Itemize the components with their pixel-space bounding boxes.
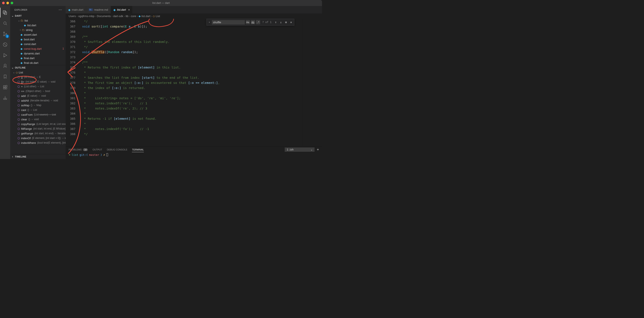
activity-bar: 1 — [0, 6, 10, 159]
outline-item-name: indexOf — [21, 137, 31, 140]
method-icon: ⬡ — [18, 76, 20, 79]
breadcrumb-item[interactable]: List — [156, 15, 160, 18]
file-item[interactable]: ◆list.dart — [10, 23, 66, 28]
search-activity-icon[interactable] — [0, 18, 10, 28]
add-terminal-icon[interactable]: + — [317, 147, 319, 152]
problems-badge: 18 — [83, 148, 88, 151]
outline-item[interactable]: ⬡cast() → List — [10, 108, 66, 112]
svg-rect-12 — [4, 86, 5, 87]
panel-tab[interactable]: TERMINAL — [132, 148, 144, 151]
file-item[interactable]: ◆assert.dart — [10, 32, 66, 37]
file-label: final-ok.dart — [24, 61, 38, 64]
outline-item[interactable]: ⬡castFrom(List source) → List — [10, 112, 66, 117]
panel-tab[interactable]: PROBLEMS18 — [68, 148, 88, 151]
outline-item[interactable]: ⬡copyRange(List target, int at, List sou… — [10, 122, 66, 126]
run-debug-activity-icon[interactable] — [0, 50, 10, 60]
extensions-activity-icon[interactable] — [0, 82, 10, 92]
method-icon: ⬡ — [18, 127, 20, 130]
outline-item-sig: (int start, int end) → Iterable — [34, 132, 66, 135]
outline-item-sig: (E element, [int start = 0]) → int — [32, 137, 66, 139]
method-icon: ⬡ — [18, 108, 20, 112]
outline-section: ⌄ OUTLINE ⌄ ◇ List ⬡[](int index) → E⬡[]… — [10, 65, 66, 154]
prompt-git-close: ) — [100, 153, 102, 156]
folder-item[interactable]: ›🗀string — [10, 28, 66, 32]
outline-item[interactable]: ⬡getRange(int start, int end) → Iterable — [10, 131, 66, 136]
match-whole-word-icon[interactable]: Ab — [251, 20, 255, 24]
outline-item[interactable]: ⬡indexOf(E element, [int start = 0]) → i… — [10, 136, 66, 140]
editor-tab[interactable]: M↓readme.md — [86, 6, 111, 14]
terminal-selector[interactable]: 1: zsh ⌄ — [285, 147, 314, 152]
outline-item[interactable]: ⬡[]= (int index, E value) → void — [10, 79, 66, 84]
find-input[interactable] — [212, 20, 245, 25]
folder-list[interactable]: ⌄ 🗀 list — [10, 18, 66, 23]
file-item[interactable]: ◆bool.dart — [10, 37, 66, 42]
source-control-activity-icon[interactable]: 1 — [0, 29, 10, 39]
outline-item[interactable]: ⬡addAll(Iterable iterable) → void — [10, 98, 66, 103]
file-item[interactable]: ◆const-bug.dart1 — [10, 46, 66, 51]
editor-tab[interactable]: ◆list.dart× — [111, 6, 132, 14]
outline-item[interactable]: ⬡+(List other) → List — [10, 84, 66, 89]
panel-tab[interactable]: OUTPUT — [92, 148, 102, 151]
match-case-icon[interactable]: Aa — [246, 20, 250, 24]
no-debug-icon[interactable] — [0, 40, 10, 50]
panel-tab[interactable]: DEBUG CONSOLE — [107, 148, 128, 151]
file-item[interactable]: ◆final-ok.dart — [10, 60, 66, 65]
close-tab-icon[interactable]: × — [128, 8, 130, 12]
regex-icon[interactable]: .* — [256, 20, 260, 24]
breadcrumb-item[interactable]: xgqfrms-mbp — [78, 15, 94, 18]
chevron-down-icon: ⌄ — [18, 19, 20, 22]
sidebar: EXPLORER ⋯ ⌄ DART ⌄ 🗀 list ◆list.dart›🗀s… — [10, 6, 66, 159]
find-prev-icon[interactable]: ↑ — [274, 21, 278, 24]
markdown-file-icon: M↓ — [89, 8, 93, 11]
breadcrumb-item[interactable]: dart-sdk — [113, 15, 123, 18]
panel-tab-label: PROBLEMS — [68, 148, 82, 151]
find-expand-icon[interactable]: › — [208, 21, 211, 24]
file-label: const.dart — [24, 43, 36, 46]
breadcrumb-item[interactable]: core — [131, 15, 136, 18]
tab-label: readme.md — [94, 8, 108, 11]
project-name: DART — [15, 15, 22, 17]
prompt-arrow-icon: ➜ — [68, 153, 70, 156]
explorer-activity-icon[interactable] — [0, 8, 10, 18]
project-section-header[interactable]: ⌄ DART — [10, 14, 66, 18]
outline-section-header[interactable]: ⌄ OUTLINE — [10, 65, 66, 70]
outline-item[interactable]: ⬡fillRange(int start, int end, [E fillVa… — [10, 126, 66, 131]
import-activity-icon[interactable] — [0, 93, 10, 103]
timeline-section-header[interactable]: › TIMELINE — [10, 154, 66, 159]
file-item[interactable]: ◆final.dart — [10, 56, 66, 60]
terminal-content[interactable]: ➜ list git:(master) ✗ — [66, 153, 322, 157]
bookmark-activity-icon[interactable] — [0, 72, 10, 82]
chevron-down-icon: ⌄ — [11, 14, 14, 17]
sidebar-more-icon[interactable]: ⋯ — [58, 8, 62, 12]
outline-item-name: + — [21, 85, 23, 88]
outline-item[interactable]: ⬡[](int index) → E — [10, 75, 66, 79]
class-icon: ◇ — [16, 71, 18, 74]
find-next-icon[interactable]: ↓ — [279, 21, 283, 24]
file-item[interactable]: ◆dynamic.dart — [10, 51, 66, 56]
minimap[interactable] — [303, 19, 322, 146]
code-content[interactable]: */ void sort([int compare(E a, E b)]); /… — [78, 19, 303, 146]
code-editor[interactable]: 3663673683693703713723733743753763773783… — [66, 19, 322, 146]
outline-item-sig: (E value) → void — [27, 94, 46, 97]
tree-activity-icon[interactable] — [0, 61, 10, 71]
breadcrumbs[interactable]: Users › xgqfrms-mbp › Documents › dart-s… — [66, 14, 322, 19]
find-close-icon[interactable]: ✕ — [289, 21, 293, 24]
breadcrumb-item[interactable]: Users — [68, 15, 76, 18]
file-item[interactable]: ◆const.dart — [10, 42, 66, 46]
method-icon: ⬡ — [18, 99, 20, 102]
editor-tab[interactable]: ◆main.dart — [66, 6, 86, 14]
folder-icon: 🗀 — [22, 28, 24, 32]
breadcrumb-item[interactable]: Documents — [97, 15, 111, 18]
breadcrumb-item[interactable]: list.dart — [142, 15, 150, 18]
outline-item[interactable]: ⬡clear() → void — [10, 117, 66, 122]
dart-file-icon: ◆ — [20, 33, 22, 36]
tab-label: list.dart — [117, 8, 126, 11]
outline-class-row[interactable]: ⌄ ◇ List — [10, 70, 66, 75]
breadcrumb-item[interactable]: lib — [126, 15, 128, 18]
outline-item[interactable]: ⬡indexWhere(bool test(E element), [int s… — [10, 140, 66, 145]
find-selection-icon[interactable]: ≡ — [284, 21, 288, 24]
outline-item[interactable]: ⬡==(Object other) → bool — [10, 89, 66, 93]
outline-item-sig: (int index, E value) → void — [26, 80, 56, 83]
outline-item[interactable]: ⬡add(E value) → void — [10, 93, 66, 98]
outline-item[interactable]: ⬡asMap() → Map — [10, 103, 66, 108]
